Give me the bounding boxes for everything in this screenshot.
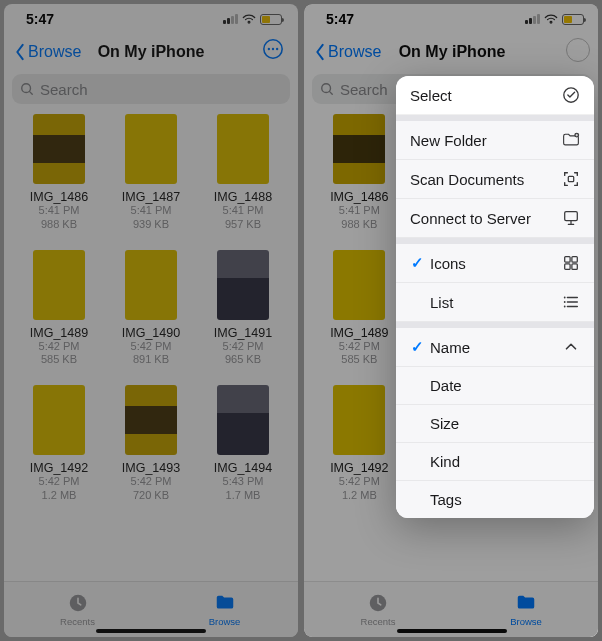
file-meta: 5:43 PM1.7 MB (223, 475, 264, 503)
menu-item-select[interactable]: Select (396, 76, 594, 115)
search-field[interactable]: Search (12, 74, 290, 104)
file-meta: 5:42 PM720 KB (131, 475, 172, 503)
menu-item-sort-name[interactable]: ✓Name (396, 328, 594, 367)
svg-rect-12 (565, 257, 570, 262)
menu-label: Select (410, 87, 452, 104)
list-icon (562, 293, 580, 311)
file-meta: 5:42 PM585 KB (39, 340, 80, 368)
file-item[interactable]: IMG_14875:41 PM939 KB (108, 114, 194, 232)
file-item[interactable]: IMG_14895:42 PM585 KB (16, 250, 102, 368)
menu-label: Connect to Server (410, 210, 531, 227)
file-name: IMG_1494 (214, 461, 272, 475)
svg-point-8 (564, 88, 578, 102)
status-bar: 5:47 (4, 4, 298, 34)
search-icon (20, 82, 34, 96)
page-title: On My iPhone (98, 43, 205, 61)
menu-label: Name (430, 339, 470, 356)
checkmark-icon: ✓ (410, 254, 424, 272)
menu-label: Date (430, 377, 462, 394)
file-item[interactable]: IMG_14905:42 PM891 KB (108, 250, 194, 368)
file-thumbnail (125, 385, 177, 455)
file-meta: 5:42 PM965 KB (223, 340, 264, 368)
search-placeholder: Search (40, 81, 88, 98)
file-item[interactable]: IMG_14885:41 PM957 KB (200, 114, 286, 232)
menu-item-view-icons[interactable]: ✓Icons (396, 244, 594, 283)
file-item[interactable]: IMG_14865:41 PM988 KB (16, 114, 102, 232)
scan-icon (562, 170, 580, 188)
menu-item-view-list[interactable]: List (396, 283, 594, 322)
svg-point-2 (272, 48, 274, 50)
file-name: IMG_1493 (122, 461, 180, 475)
ellipsis-circle-icon (262, 38, 284, 60)
file-thumbnail (125, 114, 177, 184)
files-app-screen-left: 5:47 Browse On My iPhone Search IMG_1486… (4, 4, 298, 637)
file-name: IMG_1488 (214, 190, 272, 204)
file-thumbnail (33, 250, 85, 320)
nav-bar: Browse On My iPhone (4, 34, 298, 70)
grid-icon (562, 254, 580, 272)
wifi-icon (242, 14, 256, 24)
file-meta: 5:41 PM957 KB (223, 204, 264, 232)
menu-label: Scan Documents (410, 171, 524, 188)
file-meta: 5:41 PM988 KB (39, 204, 80, 232)
file-name: IMG_1490 (122, 326, 180, 340)
menu-item-connect-server[interactable]: Connect to Server (396, 199, 594, 238)
menu-label: Tags (430, 491, 462, 508)
back-button[interactable]: Browse (14, 43, 81, 61)
folder-icon (214, 592, 236, 614)
menu-label: New Folder (410, 132, 487, 149)
file-thumbnail (217, 114, 269, 184)
file-name: IMG_1486 (30, 190, 88, 204)
file-item[interactable]: IMG_14925:42 PM1.2 MB (16, 385, 102, 503)
menu-label: List (430, 294, 453, 311)
battery-icon (260, 14, 282, 25)
server-icon (562, 209, 580, 227)
checkmark-icon: ✓ (410, 338, 424, 356)
file-grid-left: IMG_14865:41 PM988 KBIMG_14875:41 PM939 … (4, 112, 298, 513)
files-app-screen-right: 5:47 Browse On My iPhone Search IMG_1486… (304, 4, 598, 637)
menu-label: Kind (430, 453, 460, 470)
clock-icon (67, 592, 89, 614)
chevron-up-icon (562, 338, 580, 356)
file-thumbnail (217, 250, 269, 320)
file-item[interactable]: IMG_14935:42 PM720 KB (108, 385, 194, 503)
cellular-icon (223, 14, 238, 24)
menu-item-sort-date[interactable]: Date (396, 367, 594, 405)
back-label: Browse (28, 43, 81, 61)
menu-item-new-folder[interactable]: New Folder (396, 121, 594, 160)
file-item[interactable]: IMG_14915:42 PM965 KB (200, 250, 286, 368)
tab-browse-label: Browse (209, 616, 241, 627)
file-thumbnail (33, 114, 85, 184)
menu-item-scan-documents[interactable]: Scan Documents (396, 160, 594, 199)
menu-label: Icons (430, 255, 466, 272)
context-menu: Select New Folder Scan Documents Connect… (396, 76, 594, 518)
svg-rect-14 (565, 264, 570, 269)
svg-rect-10 (568, 176, 573, 181)
file-thumbnail (125, 250, 177, 320)
file-name: IMG_1492 (30, 461, 88, 475)
folder-plus-icon (562, 131, 580, 149)
more-button[interactable] (258, 34, 288, 64)
svg-rect-15 (572, 264, 577, 269)
file-meta: 5:42 PM891 KB (131, 340, 172, 368)
svg-point-18 (564, 306, 566, 308)
file-thumbnail (217, 385, 269, 455)
checkmark-circle-icon (562, 86, 580, 104)
file-item[interactable]: IMG_14945:43 PM1.7 MB (200, 385, 286, 503)
file-meta: 5:42 PM1.2 MB (39, 475, 80, 503)
status-time: 5:47 (26, 11, 54, 27)
file-name: IMG_1491 (214, 326, 272, 340)
tab-recents-label: Recents (60, 616, 95, 627)
svg-point-17 (564, 301, 566, 303)
menu-item-sort-size[interactable]: Size (396, 405, 594, 443)
home-indicator[interactable] (96, 629, 206, 633)
menu-item-sort-tags[interactable]: Tags (396, 481, 594, 518)
menu-label: Size (430, 415, 459, 432)
menu-item-sort-kind[interactable]: Kind (396, 443, 594, 481)
file-meta: 5:41 PM939 KB (131, 204, 172, 232)
svg-point-16 (564, 297, 566, 299)
svg-rect-11 (565, 212, 578, 221)
svg-rect-13 (572, 257, 577, 262)
chevron-left-icon (14, 43, 26, 61)
svg-point-1 (268, 48, 270, 50)
